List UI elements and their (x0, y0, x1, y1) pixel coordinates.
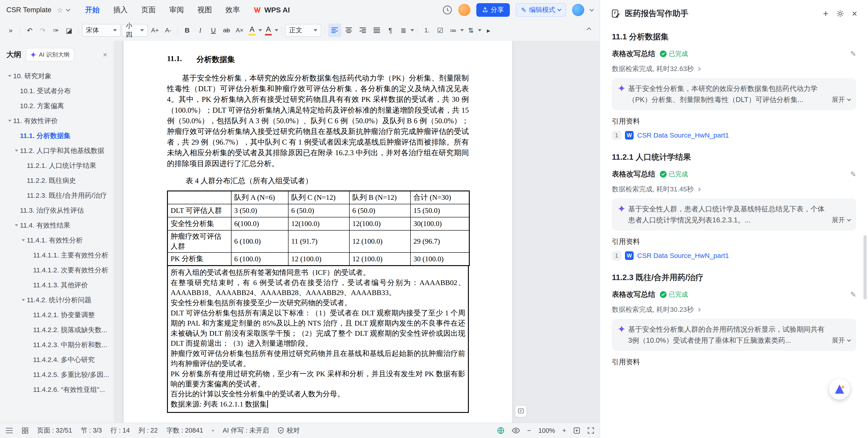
expand-button[interactable]: 展开 (829, 215, 850, 225)
doc-title-chevron-icon[interactable] (66, 7, 70, 11)
table-header-cell[interactable]: 队列 A (N=6) (231, 191, 288, 204)
footnote-line[interactable]: 安全性分析集包括所有接受至少一次研究药物的受试者。 (170, 298, 465, 308)
table-cell[interactable]: 安全性分析集 (167, 217, 231, 230)
table-cell[interactable]: 12(100.0) (349, 217, 410, 230)
caret-down-icon[interactable] (6, 75, 13, 77)
user-avatar[interactable] (572, 4, 584, 16)
outline-item[interactable]: 10.2. 方案偏离 (0, 98, 114, 113)
column-indicator[interactable]: 列 : 22 (138, 426, 158, 435)
table-cell[interactable]: 12(100.0) (288, 217, 349, 230)
format-painter-icon[interactable]: ✑ (50, 24, 62, 37)
collapse-chevron-icon[interactable] (589, 7, 594, 11)
footnote-line[interactable]: DLT 可评估分析集包括所有满足以下标准：（1）受试者在 DLT 观察期内接受了… (170, 308, 465, 348)
favorite-star-icon[interactable]: ☆ (57, 6, 63, 14)
caret-down-icon[interactable] (6, 120, 13, 122)
table-header-cell[interactable]: 队列 C (N=12) (288, 191, 349, 204)
wps-ai-floating-button[interactable] (829, 379, 850, 400)
close-panel-icon[interactable]: × (852, 9, 857, 18)
table-cell[interactable]: 6 (100.0) (231, 230, 288, 252)
outline-item[interactable]: 11.2.2. 既往病史 (0, 173, 114, 188)
outline-item[interactable]: 11.4.2.2. 脱落或缺失数... (0, 322, 114, 337)
edit-summary-icon[interactable]: ✎ (850, 290, 856, 299)
table-cell[interactable]: 12 (100.0) (288, 252, 349, 265)
document-title[interactable]: CSR Template (6, 6, 51, 14)
table-cell[interactable]: 6(100.0) (231, 217, 288, 230)
table-header-cell[interactable] (167, 191, 231, 204)
highlight-color-button[interactable]: A (247, 24, 262, 37)
table-cell[interactable]: PK 分析集 (167, 252, 231, 265)
fit-page-icon[interactable] (574, 427, 580, 434)
clear-formatting-icon[interactable]: A× (234, 24, 246, 37)
retrieval-row[interactable]: 数据检索完成, 耗时30.23秒 (612, 305, 856, 314)
zoom-in-icon[interactable]: + (562, 427, 566, 434)
outline-close-icon[interactable]: × (103, 50, 107, 59)
table-cell[interactable]: 11 (91.7) (288, 230, 349, 252)
retrieval-row[interactable]: 数据检索完成, 耗时32.63秒 (612, 64, 856, 73)
tab-review[interactable]: 审阅 (169, 5, 184, 15)
table-cell[interactable]: 12 (100.0) (349, 252, 410, 265)
paragraph-layout-icon[interactable]: ¶ (384, 24, 397, 37)
tab-insert[interactable]: 插入 (113, 5, 128, 15)
table-header-cell[interactable]: 合计 (N=30) (410, 191, 469, 204)
undo-icon[interactable]: ↶ (24, 24, 36, 37)
table-cell[interactable]: 6 (100.0) (231, 252, 288, 265)
align-right-icon[interactable] (356, 24, 369, 37)
align-justify-icon[interactable] (370, 24, 383, 37)
footnote-line[interactable]: 肿瘤疗效可评估分析集包括所有使用过研究药物并且在基线和基线后起始新的抗肿瘤治疗前… (170, 348, 465, 369)
align-left-icon[interactable] (328, 24, 341, 37)
outline-item[interactable]: 11.4. 有效性结果 (0, 218, 114, 233)
table-cell[interactable]: DLT 可评估人群 (167, 204, 231, 217)
ai-outline-button[interactable]: AI 识别大纲 (26, 48, 74, 61)
word-count[interactable]: 字数 : 20841 (166, 426, 203, 435)
footnote-line[interactable]: PK 分析集所有使用过研究药物，至少有一次 PK 采样和分析，并且没有发生对 P… (170, 369, 465, 389)
history-icon[interactable] (442, 5, 452, 15)
outline-item[interactable]: 11.2. 人口学和其他基线数据 (0, 143, 114, 158)
eye-icon[interactable] (512, 427, 520, 434)
footnote-line[interactable]: 数据来源: 列表 16.2.1.1 数据集 (170, 399, 465, 409)
outline-item-current[interactable]: 11.1. 分析数据集 (0, 128, 114, 143)
table-cell[interactable]: 肿瘤疗效可评估人群 (167, 230, 231, 252)
caret-down-icon[interactable] (13, 150, 20, 152)
caret-down-icon[interactable] (20, 299, 27, 301)
page-indicator[interactable]: 页面 : 32/51 (37, 426, 72, 435)
table-cell[interactable]: 15 (50.0) (410, 204, 469, 217)
redo-icon[interactable]: ↷ (37, 24, 49, 37)
citation-number[interactable]: 1 (612, 251, 621, 260)
retrieval-row[interactable]: 数据检索完成, 耗时31.45秒 (612, 185, 856, 194)
outline-item[interactable]: 10.1. 受试者分布 (0, 84, 114, 98)
numbered-list-icon[interactable]: 1. (421, 24, 433, 37)
sort-button[interactable]: ⇅ (465, 24, 482, 37)
share-button[interactable]: 分享 (476, 3, 510, 17)
population-table[interactable]: 队列 A (N=6) 队列 C (N=12) 队列 B (N=12) 合计 (N… (167, 190, 470, 266)
line-indicator[interactable]: 行 : 14 (111, 426, 130, 435)
edit-mode-button[interactable]: ✎ 编辑模式 (516, 3, 566, 17)
proofread-button[interactable]: 校对 (278, 426, 300, 435)
tab-wps-ai[interactable]: WPS AI (253, 6, 290, 14)
document-page[interactable]: 11.1. 分析数据集 基于安全性分析集，本研究的效应分析数据集包括药代动力学（… (124, 41, 512, 423)
edit-summary-icon[interactable]: ✎ (850, 170, 856, 179)
caret-down-icon[interactable] (13, 224, 20, 226)
globe-icon[interactable] (497, 427, 505, 434)
fullscreen-icon[interactable] (587, 427, 594, 434)
citation-link[interactable]: CSR Data Source_HwN_part1 (637, 252, 729, 259)
table-header-cell[interactable]: 队列 B (N=12) (349, 191, 410, 204)
table-cell[interactable]: 30 (100.0) (410, 252, 469, 265)
table-cell[interactable]: 6 (50.0) (288, 204, 349, 217)
outline-item[interactable]: 11.4.2.4. 多中心研究 (0, 352, 114, 367)
table-cell[interactable]: 3 (50.0) (231, 204, 288, 217)
outline-item[interactable]: 11.4.1.3. 其他评价 (0, 278, 114, 292)
clear-format-eraser-icon[interactable]: ◪ (63, 24, 75, 37)
outline-item[interactable]: 11.4.2.5. 多重比较/多因... (0, 367, 114, 382)
font-size-select[interactable]: 小四 (122, 24, 148, 37)
paragraph-style-select[interactable]: 正文 (285, 24, 321, 37)
table-caption[interactable]: 表 4 人群分布汇总（所有入组受试者） (167, 176, 469, 186)
italic-icon[interactable]: I (194, 24, 206, 37)
body-paragraph[interactable]: 基于安全性分析集，本研究的效应分析数据集包括药代动力学（PK）分析集、剂量限制性… (167, 73, 469, 169)
citation-number[interactable]: 1 (612, 130, 621, 140)
strikethrough-icon[interactable]: ab (220, 24, 232, 37)
font-color-button[interactable]: A (263, 24, 278, 37)
underline-icon[interactable]: U (207, 24, 219, 37)
play-icon[interactable]: ▸ (483, 24, 495, 37)
settings-gear-icon[interactable] (836, 9, 844, 18)
outline-item[interactable]: 11.4.2.3. 中期分析和数... (0, 337, 114, 352)
